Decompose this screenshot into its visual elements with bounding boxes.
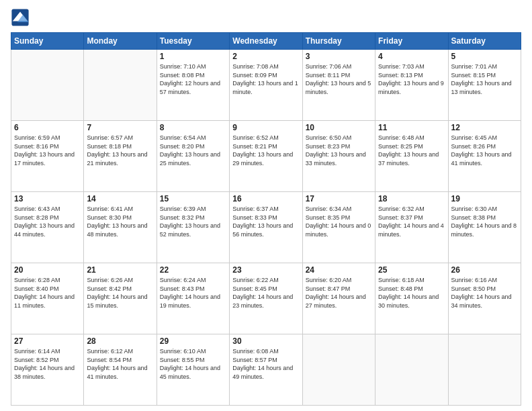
calendar-cell [302,334,375,406]
week-row-2: 6Sunrise: 6:59 AM Sunset: 8:16 PM Daylig… [11,121,521,192]
calendar-cell: 16Sunrise: 6:37 AM Sunset: 8:33 PM Dayli… [230,192,302,263]
day-info: Sunrise: 6:26 AM Sunset: 8:42 PM Dayligh… [87,276,153,310]
calendar-cell: 20Sunrise: 6:28 AM Sunset: 8:40 PM Dayli… [11,263,84,334]
calendar-cell: 17Sunrise: 6:34 AM Sunset: 8:35 PM Dayli… [302,192,375,263]
day-info: Sunrise: 6:20 AM Sunset: 8:47 PM Dayligh… [306,276,372,310]
day-info: Sunrise: 6:18 AM Sunset: 8:48 PM Dayligh… [378,276,445,310]
day-info: Sunrise: 6:24 AM Sunset: 8:43 PM Dayligh… [160,276,226,310]
day-info: Sunrise: 6:39 AM Sunset: 8:32 PM Dayligh… [160,205,226,238]
calendar-cell: 13Sunrise: 6:43 AM Sunset: 8:28 PM Dayli… [11,192,84,263]
logo-icon [11,8,30,27]
calendar-cell: 12Sunrise: 6:45 AM Sunset: 8:26 PM Dayli… [448,121,521,192]
day-info: Sunrise: 7:10 AM Sunset: 8:08 PM Dayligh… [160,62,226,96]
day-info: Sunrise: 6:30 AM Sunset: 8:38 PM Dayligh… [451,205,518,238]
week-row-4: 20Sunrise: 6:28 AM Sunset: 8:40 PM Dayli… [11,263,521,334]
day-number: 8 [160,123,226,132]
day-number: 21 [87,265,153,275]
day-number: 28 [87,336,153,346]
day-number: 4 [378,52,445,61]
calendar-cell: 2Sunrise: 7:08 AM Sunset: 8:09 PM Daylig… [230,50,302,121]
calendar-table: SundayMondayTuesdayWednesdayThursdayFrid… [11,32,521,406]
calendar-cell: 3Sunrise: 7:06 AM Sunset: 8:11 PM Daylig… [302,50,375,121]
calendar-cell: 15Sunrise: 6:39 AM Sunset: 8:32 PM Dayli… [157,192,229,263]
day-number: 1 [160,52,226,61]
day-info: Sunrise: 6:14 AM Sunset: 8:52 PM Dayligh… [14,347,81,381]
day-number: 2 [232,52,299,61]
calendar-cell: 22Sunrise: 6:24 AM Sunset: 8:43 PM Dayli… [157,263,229,334]
calendar-cell: 4Sunrise: 7:03 AM Sunset: 8:13 PM Daylig… [375,50,448,121]
logo [11,8,31,27]
day-number: 20 [14,265,81,275]
weekday-header-sunday: Sunday [11,33,84,50]
day-number: 19 [451,194,518,203]
day-info: Sunrise: 6:08 AM Sunset: 8:57 PM Dayligh… [232,347,299,381]
calendar-cell: 8Sunrise: 6:54 AM Sunset: 8:20 PM Daylig… [157,121,229,192]
calendar-cell: 6Sunrise: 6:59 AM Sunset: 8:16 PM Daylig… [11,121,84,192]
day-number: 16 [232,194,299,203]
day-info: Sunrise: 6:59 AM Sunset: 8:16 PM Dayligh… [14,134,81,167]
day-number: 9 [232,123,299,132]
day-number: 6 [14,123,81,132]
calendar-cell: 24Sunrise: 6:20 AM Sunset: 8:47 PM Dayli… [302,263,375,334]
day-info: Sunrise: 6:37 AM Sunset: 8:33 PM Dayligh… [232,205,299,238]
day-number: 3 [306,52,372,61]
day-number: 22 [160,265,226,275]
calendar-cell [84,50,157,121]
day-info: Sunrise: 7:08 AM Sunset: 8:09 PM Dayligh… [232,62,299,96]
day-info: Sunrise: 6:45 AM Sunset: 8:26 PM Dayligh… [451,134,518,167]
week-row-1: 1Sunrise: 7:10 AM Sunset: 8:08 PM Daylig… [11,50,521,121]
day-number: 30 [232,336,299,346]
calendar-cell: 29Sunrise: 6:10 AM Sunset: 8:55 PM Dayli… [157,334,229,406]
calendar-cell [448,334,521,406]
day-info: Sunrise: 6:52 AM Sunset: 8:21 PM Dayligh… [232,134,299,167]
day-number: 14 [87,194,153,203]
day-number: 18 [378,194,445,203]
day-info: Sunrise: 7:01 AM Sunset: 8:15 PM Dayligh… [451,62,518,96]
calendar-cell: 30Sunrise: 6:08 AM Sunset: 8:57 PM Dayli… [230,334,302,406]
calendar-cell: 9Sunrise: 6:52 AM Sunset: 8:21 PM Daylig… [230,121,302,192]
day-info: Sunrise: 6:28 AM Sunset: 8:40 PM Dayligh… [14,276,81,310]
day-number: 5 [451,52,518,61]
day-number: 26 [451,265,518,275]
calendar-cell: 11Sunrise: 6:48 AM Sunset: 8:25 PM Dayli… [375,121,448,192]
day-number: 13 [14,194,81,203]
day-info: Sunrise: 6:54 AM Sunset: 8:20 PM Dayligh… [160,134,226,167]
weekday-header-tuesday: Tuesday [157,33,229,50]
weekday-header-wednesday: Wednesday [230,33,302,50]
weekday-header-saturday: Saturday [448,33,521,50]
day-number: 11 [378,123,445,132]
day-number: 25 [378,265,445,275]
day-info: Sunrise: 6:57 AM Sunset: 8:18 PM Dayligh… [87,134,153,167]
day-number: 29 [160,336,226,346]
weekday-header-row: SundayMondayTuesdayWednesdayThursdayFrid… [11,33,521,50]
calendar-cell: 23Sunrise: 6:22 AM Sunset: 8:45 PM Dayli… [230,263,302,334]
day-info: Sunrise: 6:22 AM Sunset: 8:45 PM Dayligh… [232,276,299,310]
calendar-cell: 25Sunrise: 6:18 AM Sunset: 8:48 PM Dayli… [375,263,448,334]
calendar-cell: 19Sunrise: 6:30 AM Sunset: 8:38 PM Dayli… [448,192,521,263]
day-info: Sunrise: 6:41 AM Sunset: 8:30 PM Dayligh… [87,205,153,238]
day-number: 23 [232,265,299,275]
calendar-cell: 7Sunrise: 6:57 AM Sunset: 8:18 PM Daylig… [84,121,157,192]
page: SundayMondayTuesdayWednesdayThursdayFrid… [0,0,532,411]
day-info: Sunrise: 6:32 AM Sunset: 8:37 PM Dayligh… [378,205,445,238]
day-info: Sunrise: 6:12 AM Sunset: 8:54 PM Dayligh… [87,347,153,381]
week-row-5: 27Sunrise: 6:14 AM Sunset: 8:52 PM Dayli… [11,334,521,406]
calendar-cell: 1Sunrise: 7:10 AM Sunset: 8:08 PM Daylig… [157,50,229,121]
calendar-cell [375,334,448,406]
day-number: 27 [14,336,81,346]
day-number: 12 [451,123,518,132]
day-info: Sunrise: 7:06 AM Sunset: 8:11 PM Dayligh… [306,62,372,96]
day-number: 7 [87,123,153,132]
day-number: 15 [160,194,226,203]
day-info: Sunrise: 6:16 AM Sunset: 8:50 PM Dayligh… [451,276,518,310]
weekday-header-thursday: Thursday [302,33,375,50]
day-info: Sunrise: 6:43 AM Sunset: 8:28 PM Dayligh… [14,205,81,238]
calendar-cell: 5Sunrise: 7:01 AM Sunset: 8:15 PM Daylig… [448,50,521,121]
day-number: 24 [306,265,372,275]
day-info: Sunrise: 6:50 AM Sunset: 8:23 PM Dayligh… [306,134,372,167]
calendar-cell [11,50,84,121]
calendar-cell: 26Sunrise: 6:16 AM Sunset: 8:50 PM Dayli… [448,263,521,334]
day-number: 10 [306,123,372,132]
day-info: Sunrise: 6:34 AM Sunset: 8:35 PM Dayligh… [306,205,372,238]
weekday-header-friday: Friday [375,33,448,50]
